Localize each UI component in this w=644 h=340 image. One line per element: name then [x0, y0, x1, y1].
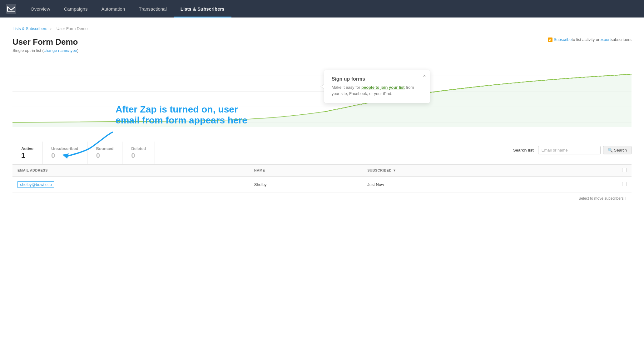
tab-active[interactable]: Active 1 [12, 142, 42, 164]
search-section: Search list 🔍 Search [513, 142, 632, 158]
breadcrumb: Lists & Subscribers › User Form Demo [12, 26, 632, 31]
breadcrumb-parent[interactable]: Lists & Subscribers [12, 26, 47, 31]
nav-transactional[interactable]: Transactional [132, 0, 174, 18]
tabs: Active 1 Unsubscribed 0 Bounced 0 Delete… [12, 142, 155, 164]
change-name-link[interactable]: change name/type [44, 48, 77, 53]
subscribers-table: EMAIL ADDRESS NAME SUBSCRIBED ▼ shelby@b… [12, 165, 632, 193]
export-link[interactable]: export [599, 37, 611, 42]
logo [6, 0, 16, 18]
main-nav: Overview Campaigns Automation Transactio… [0, 0, 644, 18]
col-name: NAME [249, 165, 362, 176]
tooltip-arrow [320, 84, 324, 89]
tooltip-close-button[interactable]: × [423, 73, 426, 79]
header-action-text: to list activity or [572, 37, 600, 42]
col-subscribed: SUBSCRIBED ▼ [362, 165, 559, 176]
subscribe-link[interactable]: Subscribe [554, 37, 572, 42]
tab-active-label: Active [21, 146, 33, 151]
svg-rect-1 [548, 38, 552, 42]
tabs-search-row: Active 1 Unsubscribed 0 Bounced 0 Delete… [12, 142, 632, 165]
nav-lists-subscribers[interactable]: Lists & Subscribers [174, 0, 231, 18]
header-action-end: subscribers [611, 37, 632, 42]
search-label: Search list [513, 148, 534, 152]
rss-icon [548, 38, 552, 42]
tab-bounced-count: 0 [96, 152, 114, 160]
page-title-block: User Form Demo Single opt-in list (chang… [12, 37, 78, 53]
chart-svg [12, 60, 632, 129]
table-header-row: EMAIL ADDRESS NAME SUBSCRIBED ▼ [12, 165, 632, 176]
svg-point-2 [549, 40, 550, 41]
breadcrumb-current: User Form Demo [57, 26, 88, 31]
page-header: User Form Demo Single opt-in list (chang… [12, 37, 632, 53]
cell-name: Shelby [249, 176, 362, 193]
tooltip-link[interactable]: people to join your list [361, 85, 405, 90]
table-container: EMAIL ADDRESS NAME SUBSCRIBED ▼ shelby@b… [12, 165, 632, 204]
select-all-checkbox[interactable] [622, 168, 627, 172]
search-input[interactable] [538, 146, 601, 154]
page-subtitle: Single opt-in list (change name/type) [12, 48, 78, 53]
main-content: Lists & Subscribers › User Form Demo Use… [0, 18, 644, 340]
chart-area: × Sign up forms Make it easy for people … [12, 60, 632, 129]
cell-subscribed: Just Now [362, 176, 559, 193]
nav-campaigns[interactable]: Campaigns [57, 0, 95, 18]
tab-deleted-label: Deleted [131, 146, 146, 151]
tab-unsubscribed-count: 0 [51, 152, 78, 160]
table-row: shelby@bowtie.io Shelby Just Now [12, 176, 632, 193]
tab-unsubscribed-label: Unsubscribed [51, 146, 78, 151]
tab-unsubscribed[interactable]: Unsubscribed 0 [42, 142, 87, 164]
search-button[interactable]: 🔍 Search [603, 146, 632, 154]
search-icon: 🔍 [608, 148, 613, 152]
nav-automation[interactable]: Automation [94, 0, 132, 18]
tab-deleted-count: 0 [131, 152, 146, 160]
breadcrumb-separator: › [50, 26, 52, 31]
tab-active-count: 1 [21, 152, 33, 160]
nav-overview[interactable]: Overview [24, 0, 57, 18]
table-footer: Select to move subscribers ↑ [12, 193, 632, 204]
tab-bounced[interactable]: Bounced 0 [87, 142, 123, 164]
tooltip-body: Make it easy for people to join your lis… [332, 84, 422, 97]
col-email: EMAIL ADDRESS [12, 165, 249, 176]
nav-items: Overview Campaigns Automation Transactio… [24, 0, 231, 18]
cell-checkbox [559, 176, 632, 193]
header-actions: Subscribe to list activity or export sub… [548, 37, 632, 42]
tab-deleted[interactable]: Deleted 0 [122, 142, 155, 164]
col-select [559, 165, 632, 176]
row-checkbox[interactable] [622, 182, 627, 186]
page-title: User Form Demo [12, 37, 78, 47]
tab-bounced-label: Bounced [96, 146, 114, 151]
tooltip-popup: × Sign up forms Make it easy for people … [324, 70, 430, 103]
cell-email: shelby@bowtie.io [12, 176, 249, 193]
tooltip-title: Sign up forms [332, 76, 422, 82]
email-link[interactable]: shelby@bowtie.io [17, 181, 54, 188]
